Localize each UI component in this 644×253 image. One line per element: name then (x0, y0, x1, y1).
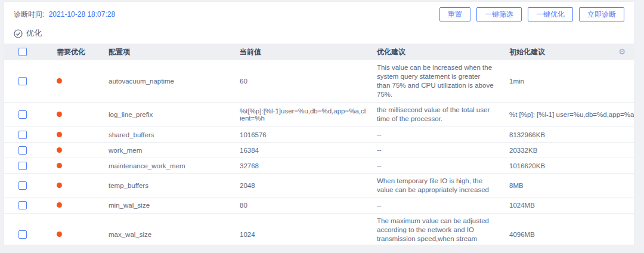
current-value: 1016576 (233, 131, 371, 138)
config-item-name: work_mem (98, 147, 233, 154)
row-checkbox[interactable] (18, 77, 27, 85)
toolbar: 重置 一键筛选 一键优化 立即诊断 (439, 7, 624, 21)
needs-optimization-dot (57, 163, 62, 168)
config-table: 需要优化 配置项 当前值 优化建议 初始化建议 ⚙ autovacuum_nap… (4, 44, 634, 245)
optimization-suggestion: the millisecond value of the total user … (371, 106, 503, 124)
config-item-name: min_wal_size (98, 202, 233, 209)
optimization-suggestion: -- (371, 146, 503, 155)
diagnose-now-button[interactable]: 立即诊断 (579, 7, 624, 21)
needs-optimization-dot (57, 132, 62, 137)
current-value: 32768 (233, 162, 371, 169)
one-click-optimize-button[interactable]: 一键优化 (528, 7, 573, 21)
row-checkbox[interactable] (18, 162, 27, 170)
config-item-name: max_wal_size (98, 231, 233, 238)
row-checkbox[interactable] (18, 230, 27, 239)
table-row: log_line_prefix %t[%p]:[%l-1]user=%u,db=… (4, 103, 634, 127)
needs-optimization-dot (57, 202, 62, 208)
table-header: 需要优化 配置项 当前值 优化建议 初始化建议 ⚙ (4, 44, 634, 60)
optimization-suggestion: -- (371, 161, 503, 170)
needs-optimization-dot (57, 183, 62, 188)
config-item-name: maintenance_work_mem (98, 162, 233, 169)
section-title: 优化 (26, 28, 42, 39)
gear-icon[interactable]: ⚙ (618, 47, 626, 56)
config-item-name: shared_buffers (98, 131, 233, 138)
row-checkbox[interactable] (18, 146, 27, 155)
reset-button[interactable]: 重置 (439, 7, 470, 21)
diagnosis-time: 诊断时间: 2021-10-28 18:07:28 (14, 10, 115, 20)
needs-optimization-dot (57, 232, 62, 237)
row-checkbox[interactable] (18, 110, 27, 119)
init-suggestion: 1016620KB (503, 162, 608, 169)
col-config-item: 配置项 (98, 47, 233, 57)
table-row: max_wal_size 1024 The maximum value can … (4, 214, 634, 245)
optimization-suggestion: The maximum value can be adjusted accord… (371, 217, 503, 245)
one-click-filter-button[interactable]: 一键筛选 (476, 7, 522, 21)
col-optimize-suggestion: 优化建议 (371, 48, 503, 57)
current-value: 1024 (233, 231, 371, 238)
init-suggestion: 20332KB (503, 147, 608, 154)
top-bar: 诊断时间: 2021-10-28 18:07:28 重置 一键筛选 一键优化 立… (4, 2, 634, 24)
row-checkbox[interactable] (18, 181, 27, 190)
current-value: 60 (233, 78, 371, 85)
init-suggestion: 4096MB (503, 231, 608, 238)
optimization-suggestion: -- (371, 130, 503, 139)
diagnosis-time-value: 2021-10-28 18:07:28 (49, 10, 115, 18)
init-suggestion: 1024MB (503, 202, 608, 209)
table-row: maintenance_work_mem 32768 -- 1016620KB (4, 158, 634, 174)
table-row: shared_buffers 1016576 -- 8132966KB (4, 127, 634, 143)
row-checkbox[interactable] (18, 131, 27, 139)
init-suggestion: 8MB (503, 182, 608, 189)
optimization-suggestion: -- (371, 201, 503, 210)
config-item-name: log_line_prefix (98, 111, 233, 118)
current-value: 80 (233, 202, 371, 209)
init-suggestion: %t [%p]: [%l-1] user=%u,db=%d,app=%a,cli… (503, 111, 608, 118)
needs-optimization-dot (57, 112, 62, 117)
needs-optimization-dot (57, 147, 62, 153)
table-row: temp_buffers 2048 When temporary file IO… (4, 174, 634, 198)
check-circle-icon (14, 29, 23, 38)
col-init-suggestion: 初始化建议 (503, 47, 608, 57)
section-header: 优化 (4, 24, 634, 44)
current-value: 2048 (233, 182, 371, 189)
current-value: 16384 (233, 147, 371, 154)
col-current-value: 当前值 (233, 47, 371, 57)
row-checkbox[interactable] (18, 201, 27, 209)
init-suggestion: 1min (503, 78, 608, 85)
table-row: work_mem 16384 -- 20332KB (4, 143, 634, 158)
optimization-panel: 诊断时间: 2021-10-28 18:07:28 重置 一键筛选 一键优化 立… (4, 1, 634, 245)
optimization-suggestion: When temporary file IO is high, the valu… (371, 177, 503, 195)
config-item-name: temp_buffers (98, 182, 233, 189)
current-value: %t[%p]:[%l-1]user=%u,db=%d,app=%a,client… (233, 107, 371, 122)
table-row: autovacuum_naptime 60 This value can be … (4, 60, 634, 103)
col-need-optimize: 需要优化 (41, 47, 98, 57)
table-row: min_wal_size 80 -- 1024MB (4, 198, 634, 214)
select-all-checkbox[interactable] (18, 48, 27, 56)
table-body: autovacuum_naptime 60 This value can be … (4, 60, 634, 245)
optimization-suggestion: This value can be increased when the sys… (371, 63, 503, 99)
init-suggestion: 8132966KB (503, 131, 608, 138)
needs-optimization-dot (57, 78, 62, 84)
diagnosis-time-label: 诊断时间: (14, 10, 44, 18)
config-item-name: autovacuum_naptime (98, 78, 233, 85)
